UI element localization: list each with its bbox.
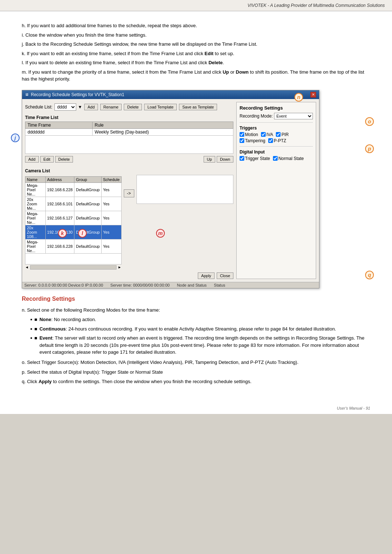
cam-group: DefaultGroup <box>74 239 101 253</box>
status-time: Server time: 0000/00/00 00:00:00 <box>110 283 170 287</box>
timeframe-row[interactable]: ddddddd Weekly Setting (Day-based) <box>25 128 233 135</box>
camera-table: Name Address Group Schedule Mega-Pixel N… <box>25 176 122 264</box>
normal-state-checkbox-item: Normal State <box>273 156 304 161</box>
trigger-state-checkbox-item: Trigger State <box>240 156 270 161</box>
edit-btn-row: Add Edit Delete <box>25 156 73 163</box>
recording-mode-row: Recording Mode: Event <box>240 113 313 119</box>
pir-checkbox-item: PIR <box>276 132 289 137</box>
cam-schedule-header: Schedule <box>101 176 121 182</box>
cam-schedule: Yes <box>101 225 121 239</box>
camera-section: Name Address Group Schedule Mega-Pixel N… <box>25 175 233 270</box>
recording-settings-title: Recording Settings <box>240 105 313 111</box>
delete-button[interactable]: Delete <box>124 104 142 110</box>
camera-row[interactable]: Mega-Pixel Ne... 192.168.6.228 DefaultGr… <box>25 182 122 197</box>
sub-bullet-marker-3: ■ <box>34 335 37 356</box>
tampering-checkbox[interactable] <box>240 138 244 143</box>
apply-button[interactable]: Apply <box>198 272 215 279</box>
cam-address: 192.168.6.101 <box>45 197 74 211</box>
settings-divider-1 <box>240 122 313 123</box>
triggers-row-2: Tampering P-PTZ <box>240 138 313 143</box>
trigger-state-checkbox[interactable] <box>240 156 244 161</box>
triggers-title: Triggers <box>240 126 313 131</box>
down-button[interactable]: Down <box>217 156 233 163</box>
selected-camera-list <box>136 175 234 204</box>
annotation-n: n <box>294 93 303 102</box>
save-template-button[interactable]: Save as Template <box>179 104 217 110</box>
brand-text: VIVOTEK - A Leading Provider of Multimed… <box>248 3 385 8</box>
motion-checkbox[interactable] <box>240 132 244 137</box>
pir-label: PIR <box>281 132 289 137</box>
status-node: Node and Status <box>177 283 207 287</box>
close-dialog-button[interactable]: Close <box>217 272 233 279</box>
timeframe-section-header: Time Frame List <box>25 115 233 120</box>
cam-name: 20x Zoom 108... <box>25 225 46 239</box>
timeframe-edit-button[interactable]: Edit <box>40 156 54 163</box>
camera-row[interactable]: Mega-Pixel Ne... 192.168.6.228 DefaultGr… <box>25 239 122 253</box>
pir-checkbox[interactable] <box>276 132 281 137</box>
timeframe-empty-row <box>25 135 233 153</box>
sub-bullet-continuous-text: Continuous: 24-hours continuous recordin… <box>40 325 336 333</box>
horizontal-scrollbar[interactable]: ◄ ► <box>25 265 122 270</box>
cam-address-header: Address <box>45 176 74 182</box>
timeframe-delete-button[interactable]: Delete <box>55 156 73 163</box>
camera-list-area: Name Address Group Schedule Mega-Pixel N… <box>25 175 122 270</box>
bullet-k: k. If you want to edit an existing time … <box>22 50 370 57</box>
sub-bullet-marker: ■ <box>34 316 37 323</box>
recording-mode-sub-bullets: ■ None: No recording action. ■ Continuou… <box>22 316 370 356</box>
scroll-left-btn[interactable]: ◄ <box>25 265 29 269</box>
rule-cell: Weekly Setting (Day-based) <box>92 128 233 135</box>
trigger-state-label: Trigger State <box>245 156 270 161</box>
scroll-right-btn[interactable]: ► <box>118 265 122 269</box>
triggers-row-1: Motion IVA PIR <box>240 132 313 137</box>
sub-bullet-event: ■ Event: The server will start to record… <box>30 335 370 356</box>
camera-row[interactable]: Mega-Pixel Ne... 192.168.6.127 DefaultGr… <box>25 211 122 225</box>
camera-row[interactable]: 20x Zoom Me... 192.168.6.101 DefaultGrou… <box>25 197 122 211</box>
cam-name: 20x Zoom Me... <box>25 197 46 211</box>
cam-schedule: Yes <box>101 211 121 225</box>
schedule-list-select[interactable]: dddd <box>54 103 76 111</box>
bullet-o: o. Select Trigger Source(s): Motion Dete… <box>22 359 370 366</box>
schedule-list-label: Schedule List: <box>25 104 52 110</box>
cam-schedule: Yes <box>101 197 121 211</box>
bullet-n: n. Select one of the following Recording… <box>22 307 370 314</box>
recording-settings-panel: Recording Settings Recording Mode: Event… <box>236 102 316 279</box>
cam-name: Mega-Pixel Ne... <box>25 182 46 197</box>
status-state: Status <box>214 283 225 287</box>
annotation-k: k <box>58 229 67 238</box>
recording-settings-heading: Recording Settings <box>22 296 370 302</box>
sub-bullet-none: ■ None: No recording action. <box>30 316 370 323</box>
digital-input-row: Trigger State Normal State <box>240 156 313 161</box>
iva-checkbox[interactable] <box>261 132 266 137</box>
sub-bullet-marker-2: ■ <box>34 325 37 333</box>
tampering-label: Tampering <box>245 138 265 143</box>
dialog-close-button[interactable]: ✕ <box>310 92 316 98</box>
pptz-checkbox[interactable] <box>268 138 273 143</box>
transfer-arrow-button[interactable]: -> <box>124 189 134 197</box>
cam-name: Mega-Pixel Ne... <box>25 239 46 253</box>
motion-checkbox-item: Motion <box>240 132 258 137</box>
cam-group-header: Group <box>74 176 101 182</box>
annotation-q: q <box>365 271 374 279</box>
bullet-j: j. Back to the Recording Schedule Settin… <box>22 41 370 48</box>
load-template-button[interactable]: Load Template <box>144 104 177 110</box>
camera-row-selected[interactable]: 20x Zoom 108... 192.168.6.130 DefaultGro… <box>25 225 122 239</box>
timeframe-add-button[interactable]: Add <box>25 156 39 163</box>
up-button[interactable]: Up <box>204 156 215 163</box>
timeframe-cell: ddddddd <box>25 128 93 135</box>
annotation-p: p <box>365 144 374 153</box>
scroll-track[interactable] <box>30 265 117 270</box>
rename-button[interactable]: Rename <box>100 104 122 110</box>
cam-group: DefaultGroup <box>74 211 101 225</box>
annotation-o: o <box>365 117 374 126</box>
dialog-bottom-row: Apply Close <box>25 272 233 279</box>
cam-address: 192.168.6.127 <box>45 211 74 225</box>
iva-checkbox-item: IVA <box>261 132 273 137</box>
recording-mode-select[interactable]: Event <box>274 113 313 119</box>
top-bullet-list: h. If you want to add additional time fr… <box>22 22 370 83</box>
annotation-m: m <box>156 229 165 238</box>
normal-state-checkbox[interactable] <box>273 156 278 161</box>
annotation-j: j <box>11 134 20 142</box>
add-button[interactable]: Add <box>84 104 98 110</box>
dialog-body: Schedule List: dddd ▼ Add Rename Delete … <box>22 99 319 282</box>
cam-group: DefaultGroup <box>74 182 101 197</box>
